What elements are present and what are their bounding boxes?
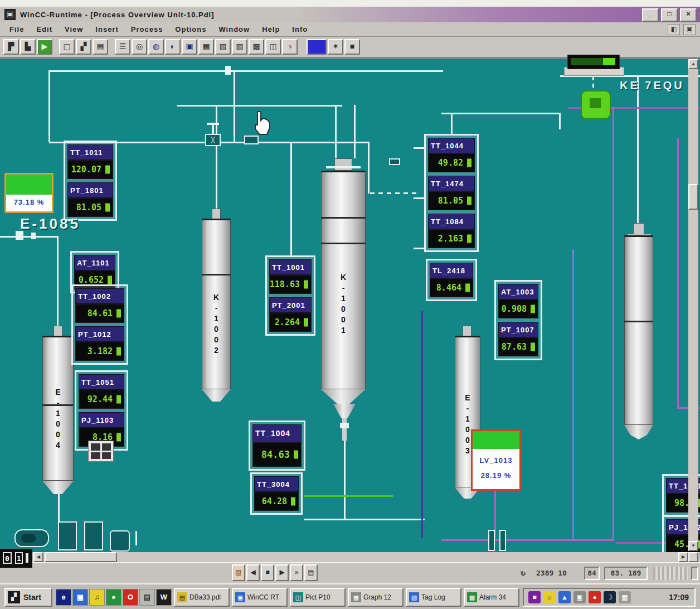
scroll-thumb[interactable]	[45, 552, 117, 562]
task-button-3[interactable]: ◫ Pict P10	[290, 588, 346, 607]
readout-TT_3004[interactable]: TT_3004 64.28	[254, 476, 299, 511]
readout-PT_1007[interactable]: PT_1007 87.63	[498, 322, 538, 356]
scroll-right-arrow[interactable]: ▶	[678, 552, 688, 562]
favorites-icon[interactable]: ✶	[328, 39, 343, 55]
task-button-2[interactable]: ▣ WinCC RT	[232, 588, 288, 607]
menu-info[interactable]: Info	[286, 25, 314, 33]
new-picture-icon[interactable]: ▢	[59, 39, 75, 55]
reports-icon[interactable]: ▨	[232, 39, 247, 55]
drum[interactable]	[58, 521, 77, 550]
readout-AT_1003[interactable]: AT_1003 0.908	[498, 284, 538, 318]
tray-alarm-icon[interactable]: ●	[589, 591, 601, 603]
readout-PT_1012[interactable]: PT_1012 3.182	[75, 326, 124, 361]
tray-scheduler-icon[interactable]: ☽	[604, 591, 616, 603]
horizontal-scrollbar[interactable]: ◀ ▶	[0, 552, 688, 562]
task-button-5[interactable]: ▧ Tag Log	[406, 588, 461, 607]
tags-icon[interactable]: ▣	[182, 39, 197, 55]
tray-display-icon[interactable]: ☼	[543, 591, 556, 603]
menu-help[interactable]: Help	[256, 25, 286, 33]
pan-icon[interactable]: ◍	[148, 39, 164, 55]
select-icon[interactable]: ☰	[115, 39, 130, 55]
quick-launch-internet-icon[interactable]: e	[56, 589, 71, 606]
layers-icon[interactable]: ▩	[249, 39, 264, 55]
readout-TT_1474[interactable]: TT_1474 81.05	[428, 176, 475, 210]
green-valve[interactable]	[581, 90, 611, 119]
library-icon[interactable]: ▞	[76, 39, 91, 55]
quick-launch-desktop-icon[interactable]: ▣	[72, 589, 88, 606]
rotate-icon[interactable]: ◐	[165, 39, 181, 55]
vessel-K1001[interactable]: K-1001	[321, 171, 366, 389]
readout-TT_1002[interactable]: TT_1002 84.61	[75, 288, 124, 323]
scroll-up-arrow[interactable]: ▲	[688, 59, 698, 69]
scroll-left-arrow[interactable]: ◀	[33, 552, 43, 562]
zoom-icon[interactable]: ◎	[132, 39, 147, 55]
alarms-icon[interactable]: ▦	[198, 39, 214, 55]
menu-edit[interactable]: Edit	[30, 25, 59, 33]
inline-valve[interactable]	[389, 158, 400, 165]
nav-overview-button[interactable]: ▧	[232, 564, 245, 581]
mini-button-panel[interactable]	[88, 441, 114, 462]
task-button-6[interactable]: ▩ Alarm 34	[464, 588, 519, 607]
nav-home-button[interactable]: ■	[261, 564, 274, 581]
task-button-1[interactable]: ▤ DBa33.pdl	[174, 588, 230, 607]
run-icon[interactable]: ▶	[37, 39, 52, 55]
readout-TT_1011[interactable]: TT_1011 120.07	[67, 144, 113, 179]
scroll-thumb[interactable]	[688, 184, 698, 210]
taskbar-clock[interactable]: 17:09	[669, 593, 689, 602]
readout-TL_2418[interactable]: TL_2418 8.464	[430, 263, 473, 297]
menu-options[interactable]: Options	[169, 25, 212, 33]
pin-icon[interactable]: ◧	[668, 24, 680, 35]
tray-agent-icon[interactable]: ▲	[558, 591, 571, 603]
readout-PT_2001[interactable]: PT_2001 2.264	[269, 297, 312, 332]
readout-TT_1044[interactable]: TT_1044 49.82	[428, 138, 475, 172]
level-indicator-left[interactable]: 73.18 %	[4, 173, 54, 213]
quick-launch-agent-icon[interactable]: ●	[106, 589, 121, 606]
readout-TT_1004[interactable]: TT_1004 84.63	[252, 424, 302, 467]
pump[interactable]	[110, 530, 130, 552]
pump[interactable]	[14, 529, 49, 547]
menu-process[interactable]: Process	[125, 25, 169, 33]
menu-window[interactable]: Window	[212, 25, 256, 33]
nav-prev-button[interactable]: ◀	[246, 564, 260, 581]
menu-file[interactable]: File	[3, 25, 30, 33]
refresh-icon[interactable]: ↻	[521, 568, 526, 578]
drum[interactable]	[84, 521, 103, 550]
vessel-5[interactable]	[624, 235, 653, 425]
readout-TT_1051[interactable]: TT_1051 92.44	[79, 374, 124, 409]
readout-TT_1001[interactable]: TT_1001 118.63	[269, 259, 312, 294]
save-icon[interactable]: ▙	[20, 39, 36, 55]
tray-monitor-icon[interactable]: ▦	[619, 591, 631, 603]
close-button[interactable]: ×	[680, 8, 697, 22]
nav-list-button[interactable]: ▤	[304, 564, 318, 581]
objects-icon[interactable]: ▥	[307, 39, 327, 55]
maximize-button[interactable]: □	[661, 8, 678, 22]
quick-launch-media-icon[interactable]: ♫	[89, 589, 105, 606]
grid-icon[interactable]: ◫	[265, 39, 281, 55]
task-button-4[interactable]: ▦ Graph 12	[348, 588, 404, 607]
menu-view[interactable]: View	[59, 25, 89, 33]
readout-TT_1084[interactable]: TT_1084 2.163	[428, 214, 475, 248]
level-indicator-right[interactable]: LV_1013 28.19 %	[471, 429, 521, 491]
quick-launch-word-icon[interactable]: W	[156, 589, 172, 606]
nav-next-button[interactable]: ▶	[275, 564, 289, 581]
minimize-button[interactable]: _	[642, 8, 659, 22]
readout-PT_1801[interactable]: PT_1801 81.05	[67, 182, 113, 217]
print-icon[interactable]: ▤	[93, 39, 108, 55]
scroll-down-arrow[interactable]: ▼	[688, 541, 698, 551]
vessel-E1004[interactable]: E-1004	[42, 336, 74, 481]
link-icon[interactable]: ◑	[282, 39, 298, 55]
quick-launch-outlook-icon[interactable]: O	[123, 589, 138, 606]
quick-launch-explorer-icon[interactable]: ▤	[139, 589, 155, 606]
menu-insert[interactable]: Insert	[89, 25, 124, 33]
panel-icon[interactable]: ▣	[683, 24, 696, 35]
trends-icon[interactable]: ▧	[215, 39, 231, 55]
nav-last-button[interactable]: »	[290, 564, 303, 581]
open-icon[interactable]: ▛	[3, 39, 19, 55]
tray-network-icon[interactable]: ▣	[573, 591, 586, 603]
vertical-scrollbar[interactable]: ▲ ▼	[688, 59, 698, 551]
valve[interactable]: ╳	[205, 134, 221, 146]
tray-volume-icon[interactable]: ■	[528, 591, 541, 603]
start-button[interactable]: ▞ Start	[4, 588, 52, 607]
vessel-K1002[interactable]: K-1002	[202, 219, 231, 389]
color-field-icon[interactable]: ■	[344, 39, 360, 55]
